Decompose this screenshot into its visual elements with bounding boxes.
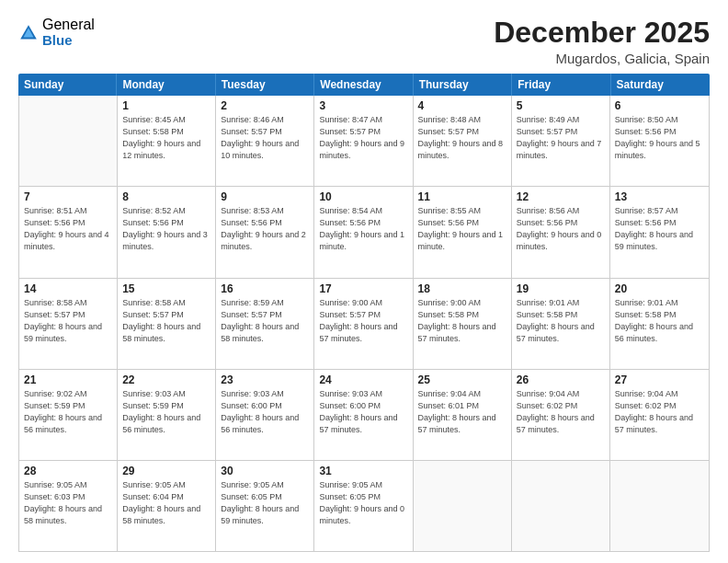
calendar-cell: 24Sunrise: 9:03 AMSunset: 6:00 PMDayligh… bbox=[314, 370, 413, 460]
logo-general: General bbox=[42, 17, 95, 33]
header-day-friday: Friday bbox=[512, 74, 610, 96]
cell-day-number: 5 bbox=[517, 99, 605, 112]
header-day-wednesday: Wednesday bbox=[314, 74, 413, 96]
cell-detail: Sunrise: 9:05 AMSunset: 6:05 PMDaylight:… bbox=[221, 479, 309, 527]
cell-day-number: 13 bbox=[615, 190, 704, 203]
cell-detail: Sunrise: 9:01 AMSunset: 5:58 PMDaylight:… bbox=[517, 297, 605, 345]
cell-day-number: 4 bbox=[418, 99, 506, 112]
calendar-cell bbox=[19, 96, 118, 186]
calendar-body: 1Sunrise: 8:45 AMSunset: 5:58 PMDaylight… bbox=[18, 96, 710, 552]
calendar-cell: 19Sunrise: 9:01 AMSunset: 5:58 PMDayligh… bbox=[512, 279, 610, 369]
cell-day-number: 17 bbox=[319, 282, 407, 295]
cell-detail: Sunrise: 8:52 AMSunset: 5:56 PMDaylight:… bbox=[122, 205, 210, 253]
calendar-row-5: 28Sunrise: 9:05 AMSunset: 6:03 PMDayligh… bbox=[19, 461, 709, 551]
cell-detail: Sunrise: 8:53 AMSunset: 5:56 PMDaylight:… bbox=[221, 205, 309, 253]
calendar-cell: 10Sunrise: 8:54 AMSunset: 5:56 PMDayligh… bbox=[314, 187, 413, 277]
calendar-cell: 7Sunrise: 8:51 AMSunset: 5:56 PMDaylight… bbox=[19, 187, 118, 277]
cell-day-number: 28 bbox=[24, 465, 112, 477]
cell-detail: Sunrise: 9:05 AMSunset: 6:03 PMDaylight:… bbox=[24, 479, 112, 527]
calendar-cell: 11Sunrise: 8:55 AMSunset: 5:56 PMDayligh… bbox=[414, 187, 512, 277]
header-day-monday: Monday bbox=[117, 74, 215, 96]
cell-day-number: 12 bbox=[517, 190, 605, 203]
cell-detail: Sunrise: 9:05 AMSunset: 6:05 PMDaylight:… bbox=[319, 479, 407, 527]
header-day-sunday: Sunday bbox=[18, 74, 117, 96]
calendar-cell: 28Sunrise: 9:05 AMSunset: 6:03 PMDayligh… bbox=[19, 461, 118, 551]
calendar-cell: 25Sunrise: 9:04 AMSunset: 6:01 PMDayligh… bbox=[414, 370, 512, 460]
calendar-cell: 27Sunrise: 9:04 AMSunset: 6:02 PMDayligh… bbox=[610, 370, 709, 460]
calendar-row-4: 21Sunrise: 9:02 AMSunset: 5:59 PMDayligh… bbox=[19, 370, 709, 461]
calendar-cell bbox=[610, 461, 709, 551]
calendar-cell: 13Sunrise: 8:57 AMSunset: 5:56 PMDayligh… bbox=[610, 187, 709, 277]
cell-day-number: 24 bbox=[319, 373, 407, 386]
cell-day-number: 16 bbox=[221, 282, 309, 295]
cell-detail: Sunrise: 8:59 AMSunset: 5:57 PMDaylight:… bbox=[221, 297, 309, 345]
title-month: December 2025 bbox=[494, 17, 710, 49]
cell-day-number: 27 bbox=[615, 373, 704, 386]
calendar-cell: 30Sunrise: 9:05 AMSunset: 6:05 PMDayligh… bbox=[216, 461, 314, 551]
calendar-cell: 16Sunrise: 8:59 AMSunset: 5:57 PMDayligh… bbox=[216, 279, 314, 369]
cell-day-number: 18 bbox=[418, 282, 506, 295]
cell-detail: Sunrise: 8:55 AMSunset: 5:56 PMDaylight:… bbox=[418, 205, 506, 253]
cell-detail: Sunrise: 9:03 AMSunset: 5:59 PMDaylight:… bbox=[122, 388, 210, 436]
cell-detail: Sunrise: 8:54 AMSunset: 5:56 PMDaylight:… bbox=[319, 205, 407, 253]
calendar-cell: 1Sunrise: 8:45 AMSunset: 5:58 PMDaylight… bbox=[118, 96, 216, 186]
title-block: December 2025 Mugardos, Galicia, Spain bbox=[494, 17, 710, 66]
calendar-cell: 31Sunrise: 9:05 AMSunset: 6:05 PMDayligh… bbox=[314, 461, 413, 551]
header: General Blue December 2025 Mugardos, Gal… bbox=[18, 17, 710, 66]
cell-detail: Sunrise: 8:46 AMSunset: 5:57 PMDaylight:… bbox=[221, 114, 309, 162]
cell-day-number: 20 bbox=[615, 282, 704, 295]
cell-day-number: 6 bbox=[615, 99, 704, 112]
cell-day-number: 8 bbox=[122, 190, 210, 203]
calendar-cell: 9Sunrise: 8:53 AMSunset: 5:56 PMDaylight… bbox=[216, 187, 314, 277]
calendar-cell: 26Sunrise: 9:04 AMSunset: 6:02 PMDayligh… bbox=[512, 370, 610, 460]
cell-detail: Sunrise: 8:57 AMSunset: 5:56 PMDaylight:… bbox=[615, 205, 704, 253]
cell-day-number: 1 bbox=[122, 99, 210, 112]
cell-detail: Sunrise: 9:00 AMSunset: 5:57 PMDaylight:… bbox=[319, 297, 407, 345]
cell-detail: Sunrise: 9:02 AMSunset: 5:59 PMDaylight:… bbox=[24, 388, 112, 436]
calendar-row-2: 7Sunrise: 8:51 AMSunset: 5:56 PMDaylight… bbox=[19, 187, 709, 278]
cell-detail: Sunrise: 8:56 AMSunset: 5:56 PMDaylight:… bbox=[517, 205, 605, 253]
cell-detail: Sunrise: 9:03 AMSunset: 6:00 PMDaylight:… bbox=[319, 388, 407, 436]
cell-detail: Sunrise: 8:51 AMSunset: 5:56 PMDaylight:… bbox=[24, 205, 112, 253]
cell-day-number: 2 bbox=[221, 99, 309, 112]
cell-detail: Sunrise: 8:58 AMSunset: 5:57 PMDaylight:… bbox=[24, 297, 112, 345]
cell-detail: Sunrise: 9:01 AMSunset: 5:58 PMDaylight:… bbox=[615, 297, 704, 345]
calendar: SundayMondayTuesdayWednesdayThursdayFrid… bbox=[18, 74, 710, 552]
cell-detail: Sunrise: 9:04 AMSunset: 6:02 PMDaylight:… bbox=[615, 388, 704, 436]
logo: General Blue bbox=[18, 17, 95, 48]
calendar-cell: 21Sunrise: 9:02 AMSunset: 5:59 PMDayligh… bbox=[19, 370, 118, 460]
logo-blue: Blue bbox=[42, 33, 95, 49]
cell-day-number: 14 bbox=[24, 282, 112, 295]
cell-detail: Sunrise: 9:03 AMSunset: 6:00 PMDaylight:… bbox=[221, 388, 309, 436]
calendar-cell: 29Sunrise: 9:05 AMSunset: 6:04 PMDayligh… bbox=[118, 461, 216, 551]
cell-day-number: 19 bbox=[517, 282, 605, 295]
cell-day-number: 31 bbox=[319, 465, 407, 477]
cell-detail: Sunrise: 8:45 AMSunset: 5:58 PMDaylight:… bbox=[122, 114, 210, 162]
cell-detail: Sunrise: 9:05 AMSunset: 6:04 PMDaylight:… bbox=[122, 479, 210, 527]
cell-day-number: 22 bbox=[122, 373, 210, 386]
calendar-cell bbox=[414, 461, 512, 551]
cell-day-number: 26 bbox=[517, 373, 605, 386]
calendar-cell: 5Sunrise: 8:49 AMSunset: 5:57 PMDaylight… bbox=[512, 96, 610, 186]
page: General Blue December 2025 Mugardos, Gal… bbox=[0, 0, 728, 563]
cell-day-number: 15 bbox=[122, 282, 210, 295]
calendar-cell: 22Sunrise: 9:03 AMSunset: 5:59 PMDayligh… bbox=[118, 370, 216, 460]
cell-detail: Sunrise: 8:49 AMSunset: 5:57 PMDaylight:… bbox=[517, 114, 605, 162]
calendar-cell: 12Sunrise: 8:56 AMSunset: 5:56 PMDayligh… bbox=[512, 187, 610, 277]
cell-day-number: 3 bbox=[319, 99, 407, 112]
cell-day-number: 21 bbox=[24, 373, 112, 386]
calendar-cell: 17Sunrise: 9:00 AMSunset: 5:57 PMDayligh… bbox=[314, 279, 413, 369]
cell-day-number: 9 bbox=[221, 190, 309, 203]
calendar-cell: 18Sunrise: 9:00 AMSunset: 5:58 PMDayligh… bbox=[414, 279, 512, 369]
cell-day-number: 25 bbox=[418, 373, 506, 386]
header-day-saturday: Saturday bbox=[611, 74, 710, 96]
cell-day-number: 30 bbox=[221, 465, 309, 477]
calendar-cell: 4Sunrise: 8:48 AMSunset: 5:57 PMDaylight… bbox=[414, 96, 512, 186]
cell-detail: Sunrise: 8:48 AMSunset: 5:57 PMDaylight:… bbox=[418, 114, 506, 162]
calendar-cell: 3Sunrise: 8:47 AMSunset: 5:57 PMDaylight… bbox=[314, 96, 413, 186]
calendar-row-3: 14Sunrise: 8:58 AMSunset: 5:57 PMDayligh… bbox=[19, 279, 709, 370]
calendar-cell: 6Sunrise: 8:50 AMSunset: 5:56 PMDaylight… bbox=[610, 96, 709, 186]
cell-detail: Sunrise: 8:58 AMSunset: 5:57 PMDaylight:… bbox=[122, 297, 210, 345]
cell-detail: Sunrise: 9:04 AMSunset: 6:02 PMDaylight:… bbox=[517, 388, 605, 436]
calendar-row-1: 1Sunrise: 8:45 AMSunset: 5:58 PMDaylight… bbox=[19, 96, 709, 187]
